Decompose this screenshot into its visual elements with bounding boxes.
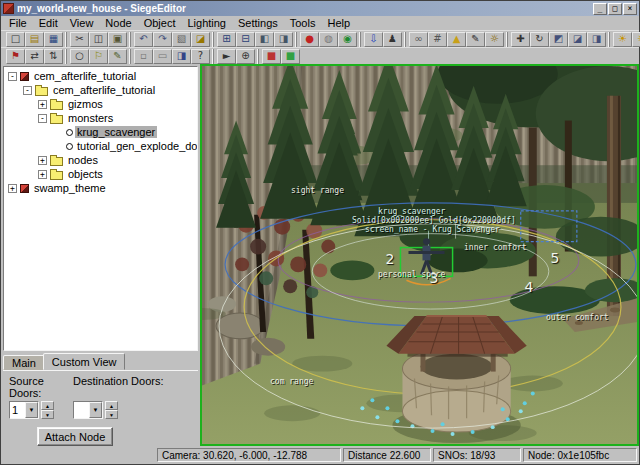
spin-up-icon[interactable]: ▲ (105, 401, 118, 410)
pointer-icon[interactable]: ► (217, 49, 236, 64)
paste-icon[interactable]: ▣ (108, 32, 127, 47)
close-button[interactable]: × (623, 3, 637, 15)
menu-node[interactable]: Node (99, 16, 137, 30)
collapse-icon[interactable]: - (8, 72, 17, 81)
delete-node-icon: ● (301, 33, 318, 45)
redo-icon[interactable]: ↷ (153, 32, 172, 47)
eraser-icon[interactable]: ◪ (191, 32, 210, 47)
tree-item-swamp-theme[interactable]: +swamp_theme (4, 181, 197, 195)
menu-help[interactable]: Help (321, 16, 356, 30)
expand-icon[interactable]: + (38, 156, 47, 165)
camera-view-1-icon[interactable]: ◩ (549, 32, 568, 47)
expand-icon[interactable]: + (8, 184, 17, 193)
green-node-icon[interactable]: ■ (281, 49, 300, 64)
tree-item-label: nodes (66, 154, 100, 166)
menu-settings[interactable]: Settings (232, 16, 284, 30)
destination-doors-select[interactable]: ▼ (73, 401, 103, 419)
circle-icon (66, 129, 73, 136)
move-tool-icon[interactable]: ✚ (511, 32, 530, 47)
mini-object-icon[interactable]: ◨ (172, 49, 191, 64)
world-icon[interactable]: ◉ (338, 32, 357, 47)
tree-item-nodes[interactable]: +nodes (4, 153, 197, 167)
toolbar-group: ✚↻◩◪◨ (507, 32, 609, 47)
title-bar[interactable]: my_world-new_house - SiegeEditor _ □ × (1, 1, 639, 16)
tree-item-cem-afterlife-tutorial[interactable]: -cem_afterlife_tutorial (4, 83, 197, 97)
object-window-icon: ⊟ (237, 33, 254, 45)
tree-item-monsters[interactable]: -monsters (4, 111, 197, 125)
menu-object[interactable]: Object (138, 16, 182, 30)
tree-item-krug-scavenger[interactable]: krug_scavenger (4, 125, 197, 139)
copy-node-icon[interactable]: ◧ (255, 32, 274, 47)
open-folder-icon[interactable]: ▤ (25, 32, 44, 47)
collapse-icon[interactable]: - (38, 114, 47, 123)
chevron-down-icon[interactable]: ▼ (89, 402, 102, 418)
drop-to-ground-icon[interactable]: ⇩ (364, 32, 383, 47)
node-flag-icon[interactable]: ⚑ (6, 49, 25, 64)
menu-tools[interactable]: Tools (284, 16, 322, 30)
query-icon[interactable]: ? (191, 49, 210, 64)
tree-item-cem-afterlife-tutorial[interactable]: -cem_afterlife_tutorial (4, 69, 197, 83)
gizmo-link-icon[interactable]: ∞ (409, 32, 428, 47)
node-window-icon[interactable]: ⊞ (217, 32, 236, 47)
sort-nodes-icon: ⇅ (45, 50, 62, 62)
menu-edit[interactable]: Edit (33, 16, 64, 30)
query-icon: ? (192, 50, 209, 62)
undo-icon[interactable]: ↶ (134, 32, 153, 47)
minimize-button[interactable]: _ (593, 3, 607, 15)
new-icon[interactable]: □ (6, 32, 25, 47)
destination-doors-value (74, 402, 89, 418)
tree-item-tutorial-gen-explode-door-krug-grunt[interactable]: tutorial_gen_explode_door-krug_grunt (4, 139, 197, 153)
camera-view-2-icon[interactable]: ◪ (568, 32, 587, 47)
place-actor-icon[interactable]: ♟ (383, 32, 402, 47)
rotate-tool-icon: ↻ (531, 33, 548, 45)
save-icon[interactable]: ▦ (44, 32, 63, 47)
chevron-down-icon[interactable]: ▼ (25, 402, 38, 418)
spin-down-icon[interactable]: ▼ (105, 410, 118, 419)
menu-lighting[interactable]: Lighting (181, 16, 232, 30)
scene-render (202, 66, 637, 444)
collapse-icon[interactable]: - (23, 86, 32, 95)
fill-bucket-icon[interactable]: ◍ (319, 32, 338, 47)
camera-view-3-icon[interactable]: ◨ (587, 32, 606, 47)
expand-icon[interactable]: + (38, 170, 47, 179)
spin-down-icon[interactable]: ▼ (41, 410, 54, 419)
select-region-icon[interactable]: ▧ (172, 32, 191, 47)
scene-tree[interactable]: -cem_afterlife_tutorial-cem_afterlife_tu… (3, 66, 198, 351)
loot-bag-icon[interactable]: ▲ (447, 32, 466, 47)
brush-icon[interactable]: ✎ (108, 49, 127, 64)
rotate-tool-icon[interactable]: ↻ (530, 32, 549, 47)
sun-light-icon[interactable]: ☀ (613, 32, 632, 47)
anchor-hash-icon[interactable]: # (428, 32, 447, 47)
red-node-icon[interactable]: ■ (262, 49, 281, 64)
multi-light-icon[interactable]: ✳ (632, 32, 640, 47)
circle-select-icon[interactable]: ○ (70, 49, 89, 64)
tab-custom-view[interactable]: Custom View (43, 353, 126, 370)
sort-nodes-icon[interactable]: ⇅ (44, 49, 63, 64)
tree-item-objects[interactable]: +objects (4, 167, 197, 181)
swap-door-icon[interactable]: ⇄ (25, 49, 44, 64)
copy-icon[interactable]: ◫ (89, 32, 108, 47)
delete-node-icon[interactable]: ● (300, 32, 319, 47)
axis-mover-icon[interactable]: ⊕ (236, 49, 255, 64)
tab-main[interactable]: Main (3, 355, 45, 370)
viewport-3d[interactable]: sight rangekrug_scavengerSolid[0x002000e… (200, 64, 639, 446)
menu-file[interactable]: File (3, 16, 33, 30)
mini-node-icon[interactable]: ▫ (134, 49, 153, 64)
expand-icon[interactable]: + (38, 100, 47, 109)
mini-slab-icon[interactable]: ▭ (153, 49, 172, 64)
marker-door-5: 5 (551, 250, 560, 266)
tree-item-gizmos[interactable]: +gizmos (4, 97, 197, 111)
paste-node-icon[interactable]: ◨ (274, 32, 293, 47)
cut-icon[interactable]: ✂ (70, 32, 89, 47)
spot-light-icon[interactable]: ☼ (485, 32, 504, 47)
object-window-icon[interactable]: ⊟ (236, 32, 255, 47)
attach-node-button[interactable]: Attach Node (37, 427, 113, 446)
sun-light-icon: ☀ (614, 33, 631, 45)
menu-view[interactable]: View (64, 16, 100, 30)
source-doors-select[interactable]: 1 ▼ (9, 401, 39, 419)
draw-line-icon[interactable]: ✎ (466, 32, 485, 47)
restore-button[interactable]: □ (608, 3, 622, 15)
flag-marker-icon[interactable]: ⚐ (89, 49, 108, 64)
status-bar: Camera: 30.620, -6.000, -12.788 Distance… (1, 446, 639, 464)
spin-up-icon[interactable]: ▲ (41, 401, 54, 410)
